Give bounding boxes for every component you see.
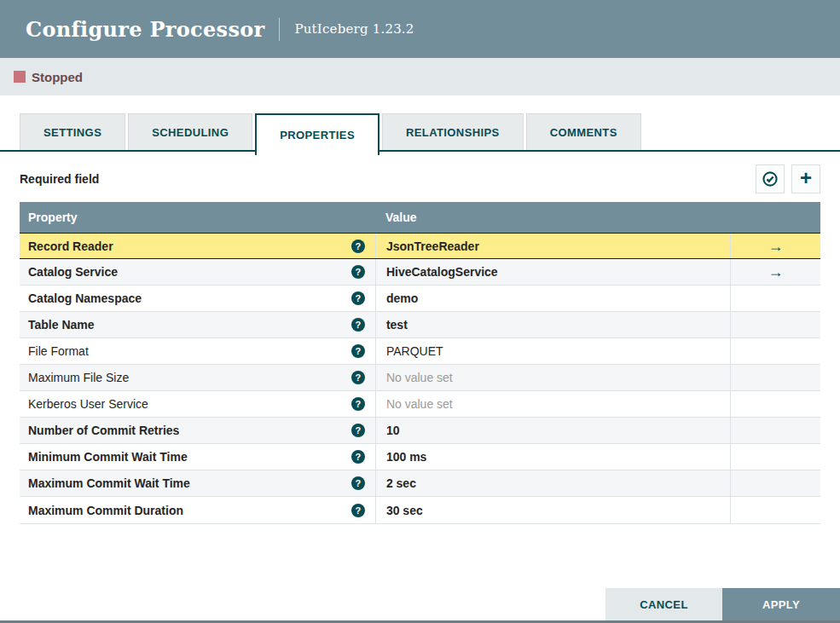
- property-row-catalog-namespace: Catalog Namespace ? demo: [20, 286, 820, 312]
- property-value: PARQUET: [386, 344, 443, 358]
- value-cell[interactable]: 30 sec: [375, 497, 730, 523]
- property-name: Record Reader: [28, 239, 113, 253]
- property-name: Maximum Commit Wait Time: [28, 476, 190, 490]
- configure-processor-dialog: Configure Processor PutIceberg 1.23.2 St…: [0, 0, 840, 623]
- value-cell[interactable]: test: [375, 312, 730, 337]
- property-name: Catalog Namespace: [28, 291, 142, 305]
- property-row-table-name: Table Name ? test: [20, 312, 820, 338]
- property-value: demo: [386, 291, 418, 305]
- value-cell[interactable]: JsonTreeReader: [375, 234, 730, 258]
- status-bar: Stopped: [0, 58, 840, 95]
- tab-label: SCHEDULING: [152, 126, 229, 139]
- value-cell[interactable]: 10: [375, 418, 730, 443]
- property-name: Table Name: [28, 318, 95, 332]
- property-name: Minimum Commit Wait Time: [28, 450, 188, 464]
- property-row-kerberos-user-service: Kerberos User Service ? No value set: [20, 391, 820, 418]
- goto-service-cell: →: [730, 234, 820, 258]
- goto-service-cell: [730, 391, 820, 417]
- value-cell[interactable]: 100 ms: [375, 444, 730, 470]
- property-cell: Table Name ?: [20, 312, 375, 337]
- goto-service-cell: [730, 312, 820, 337]
- tab-label: SETTINGS: [43, 126, 101, 139]
- dialog-title: Configure Processor: [26, 17, 264, 42]
- help-question-icon[interactable]: ?: [351, 397, 365, 411]
- tab-settings[interactable]: SETTINGS: [20, 113, 125, 150]
- apply-button[interactable]: APPLY: [722, 588, 840, 620]
- title-divider: [279, 18, 280, 41]
- status-label: Stopped: [32, 70, 83, 84]
- help-question-icon[interactable]: ?: [351, 318, 365, 332]
- property-value: 2 sec: [386, 476, 416, 490]
- help-question-icon[interactable]: ?: [351, 450, 365, 464]
- property-value: 30 sec: [386, 504, 423, 517]
- table-header-row: Property Value: [20, 202, 820, 233]
- value-cell[interactable]: No value set: [375, 365, 730, 390]
- help-question-icon[interactable]: ?: [351, 291, 365, 305]
- tab-label: RELATIONSHIPS: [406, 126, 500, 139]
- plus-icon: +: [800, 168, 812, 188]
- required-field-label: Required field: [20, 172, 99, 186]
- property-name: Kerberos User Service: [28, 397, 148, 411]
- tab-scheduling[interactable]: SCHEDULING: [128, 113, 252, 150]
- value-cell[interactable]: No value set: [375, 391, 730, 417]
- add-property-button[interactable]: +: [791, 164, 820, 193]
- property-cell: File Format ?: [20, 338, 375, 364]
- help-question-icon[interactable]: ?: [351, 504, 365, 517]
- tab-comments[interactable]: COMMENTS: [526, 113, 641, 150]
- right-arrow-icon[interactable]: →: [768, 239, 783, 254]
- tab-relationships[interactable]: RELATIONSHIPS: [382, 113, 524, 150]
- help-question-icon[interactable]: ?: [351, 424, 365, 437]
- property-row-maximum-commit-duration: Maximum Commit Duration ? 30 sec: [20, 497, 820, 523]
- right-arrow-icon[interactable]: →: [768, 264, 783, 280]
- tab-label: COMMENTS: [550, 126, 617, 139]
- property-name: Maximum File Size: [28, 371, 129, 384]
- property-row-maximum-commit-wait-time: Maximum Commit Wait Time ? 2 sec: [20, 470, 820, 497]
- properties-toolbar: Required field +: [20, 164, 820, 193]
- column-header-property: Property: [20, 211, 375, 224]
- property-name: File Format: [28, 344, 89, 358]
- cancel-button[interactable]: CANCEL: [605, 588, 722, 620]
- property-name: Number of Commit Retries: [28, 424, 179, 437]
- verify-properties-button[interactable]: [756, 164, 785, 193]
- goto-service-cell: [730, 418, 820, 443]
- help-question-icon[interactable]: ?: [351, 265, 365, 279]
- check-circle-icon: [762, 170, 779, 187]
- value-cell[interactable]: demo: [375, 286, 730, 311]
- help-question-icon[interactable]: ?: [351, 371, 365, 384]
- property-value: HiveCatalogService: [386, 265, 498, 279]
- property-value: 10: [386, 424, 400, 437]
- goto-service-cell: [730, 338, 820, 364]
- property-name: Catalog Service: [28, 265, 118, 279]
- help-question-icon[interactable]: ?: [351, 239, 365, 253]
- property-cell: Number of Commit Retries ?: [20, 418, 375, 443]
- property-cell: Maximum File Size ?: [20, 365, 375, 390]
- dialog-footer: CANCEL APPLY: [605, 588, 840, 620]
- property-value: 100 ms: [386, 450, 426, 464]
- property-cell: Maximum Commit Wait Time ?: [20, 470, 375, 496]
- property-cell: Catalog Service ?: [20, 259, 375, 285]
- help-question-icon[interactable]: ?: [351, 476, 365, 490]
- tab-properties[interactable]: PROPERTIES: [255, 113, 379, 155]
- property-row-minimum-commit-wait-time: Minimum Commit Wait Time ? 100 ms: [20, 444, 820, 470]
- tab-strip: SETTINGS SCHEDULING PROPERTIES RELATIONS…: [0, 113, 840, 152]
- goto-service-cell: [730, 470, 820, 496]
- property-row-number-of-commit-retries: Number of Commit Retries ? 10: [20, 418, 820, 444]
- property-cell: Maximum Commit Duration ?: [20, 497, 375, 523]
- tab-label: PROPERTIES: [280, 129, 355, 141]
- property-value: No value set: [386, 397, 453, 411]
- properties-panel: Required field + Property: [0, 164, 840, 524]
- stopped-square-icon: [14, 71, 26, 83]
- toolbar-buttons: +: [756, 164, 820, 193]
- processor-name-version: PutIceberg 1.23.2: [294, 21, 414, 37]
- goto-service-cell: [730, 444, 820, 470]
- value-cell[interactable]: HiveCatalogService: [375, 259, 730, 285]
- dialog-header: Configure Processor PutIceberg 1.23.2: [0, 0, 840, 58]
- goto-service-cell: →: [730, 259, 820, 285]
- value-cell[interactable]: 2 sec: [375, 470, 730, 496]
- property-cell: Catalog Namespace ?: [20, 286, 375, 311]
- property-cell: Record Reader ?: [20, 234, 375, 258]
- property-value: No value set: [386, 371, 453, 384]
- help-question-icon[interactable]: ?: [351, 344, 365, 358]
- property-value: JsonTreeReader: [386, 239, 479, 253]
- value-cell[interactable]: PARQUET: [375, 338, 730, 364]
